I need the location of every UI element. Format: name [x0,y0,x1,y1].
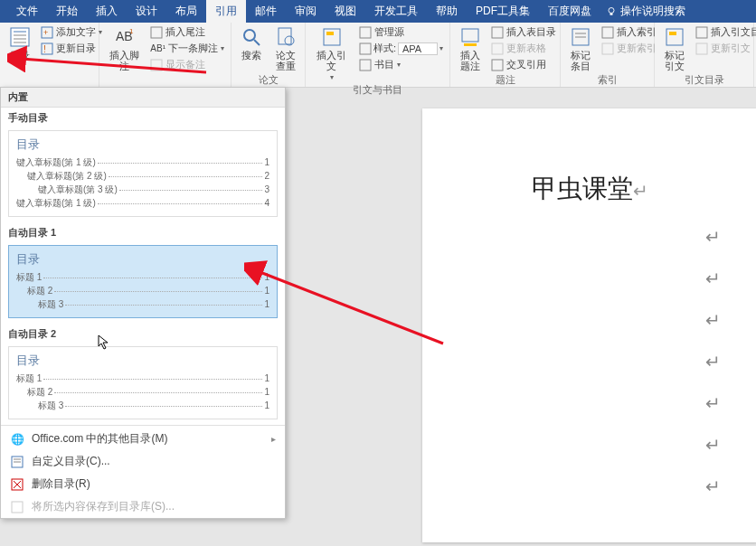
toc-option-auto2[interactable]: 目录 标题 11 标题 21 标题 31 [8,346,278,419]
update-toc-icon: ! [41,42,53,55]
add-text-button[interactable]: + 添加文字 ▾ [38,24,105,40]
tab-view[interactable]: 视图 [326,0,365,23]
tab-references[interactable]: 引用 [206,0,246,23]
paragraph-mark: ↵ [449,392,730,414]
manage-sources-label: 管理源 [374,25,404,39]
insert-index-button[interactable]: 插入索引 [599,24,659,40]
insert-footnote-button[interactable]: AB1 插入脚注 [103,24,146,73]
svg-rect-25 [464,43,477,46]
cross-reference-button[interactable]: 交叉引用 [488,57,559,72]
manage-sources-button[interactable]: 管理源 [356,24,446,40]
show-notes-button[interactable]: 显示备注 [147,57,227,72]
toc-option-manual[interactable]: 目录 键入章标题(第 1 级)1 键入章标题(第 2 级)2 键入章标题(第 3… [8,130,278,217]
tab-review[interactable]: 审阅 [286,0,326,23]
next-footnote-button[interactable]: AB¹ 下一条脚注 ▾ [147,41,227,56]
tab-design[interactable]: 设计 [127,0,166,23]
show-notes-label: 显示备注 [165,58,205,71]
citation-style-select[interactable]: 样式: APA ▾ [356,41,446,56]
svg-point-0 [609,7,614,13]
svg-rect-20 [326,32,334,35]
menu-bar: 文件 开始 插入 设计 布局 引用 邮件 审阅 视图 开发工具 帮助 PDF工具… [0,0,756,23]
svg-rect-24 [462,29,478,42]
update-toc-button[interactable]: ! 更新目录 [38,41,105,56]
section-auto-toc-1: 自动目录 1 [1,222,285,243]
svg-rect-27 [492,43,503,54]
lightbulb-icon [606,6,617,17]
tab-developer[interactable]: 开发工具 [365,0,427,23]
group-label-captions: 题注 [454,73,556,89]
update-authorities-button[interactable]: 更新引文 [693,41,756,56]
style-value: APA [398,42,438,55]
authorities-label: 插入引文目 [711,25,756,39]
svg-rect-1 [610,13,613,14]
tab-layout[interactable]: 布局 [166,0,206,23]
insert-caption-button[interactable]: 插入题注 [454,24,487,73]
toc-gallery-panel: 内置 手动目录 目录 键入章标题(第 1 级)1 键入章标题(第 2 级)2 键… [0,87,286,519]
insert-citation-button[interactable]: 插入引文 ▾ [309,24,354,83]
chevron-down-icon: ▾ [330,73,334,81]
mark-entry-button[interactable]: 标记 条目 [564,24,597,73]
update-index-icon [601,42,614,55]
insert-authorities-button[interactable]: 插入引文目 [693,24,756,40]
svg-text:+: + [43,28,48,37]
toc-button-label: 目录 [10,50,30,61]
mark-entry-label: 标记 条目 [571,50,591,71]
menu-remove-toc[interactable]: 删除目录(R) [1,473,285,495]
update-table-icon [491,42,504,55]
toc-icon [9,26,31,48]
bibliography-button[interactable]: 书目 ▾ [356,57,446,72]
add-text-icon: + [41,26,53,39]
tab-help[interactable]: 帮助 [427,0,467,23]
preview-toc-title: 目录 [16,136,269,153]
bibliography-label: 书目 [374,58,394,71]
insert-endnote-button[interactable]: 插入尾注 [147,24,227,40]
ribbon: 目录 ▾ + 添加文字 ▾ ! 更新目录 AB1 插入脚注 [0,23,756,88]
caption-icon [459,26,481,48]
group-label-authorities: 引文目录 [658,73,750,89]
tab-mailings[interactable]: 邮件 [246,0,286,23]
menu-custom-toc[interactable]: 自定义目录(C)... [1,450,285,473]
menu-office-more[interactable]: 🌐 Office.com 中的其他目录(M) ▸ [1,428,285,450]
toc-dropdown-button[interactable]: 目录 ▾ [4,24,36,72]
tab-file[interactable]: 文件 [7,0,47,23]
tell-me-search[interactable]: 操作说明搜索 [600,0,691,23]
svg-rect-44 [12,502,23,513]
show-notes-icon [150,59,163,71]
bibliography-icon [359,59,372,71]
tab-pdf-tools[interactable]: PDF工具集 [467,0,539,23]
search-button[interactable]: 搜索 [235,24,268,62]
tab-insert[interactable]: 插入 [87,0,127,23]
insert-table-figures-button[interactable]: 插入表目录 [488,24,559,40]
group-label-citations: 引文与书目 [309,83,446,99]
update-index-button[interactable]: 更新索引 [599,41,659,56]
endnote-icon [150,26,163,39]
footnote-icon: AB1 [114,26,136,48]
table-figures-icon [491,26,504,39]
update-toc-label: 更新目录 [56,42,96,55]
preview-toc-title: 目录 [16,251,269,268]
svg-rect-34 [666,29,683,45]
toc-option-auto1[interactable]: 目录 标题 11 标题 21 标题 31 [8,245,278,318]
document-page[interactable]: 甲虫课堂↵ ↵ ↵ ↵ ↵ ↵ ↵ ↵ [422,108,756,542]
paragraph-mark: ↵ [449,268,730,289]
authorities-icon [695,26,708,39]
update-index-label: 更新索引 [617,42,657,55]
paper-check-button[interactable]: 论文 查重 [269,24,302,73]
panel-header-builtin: 内置 [1,88,285,108]
svg-rect-23 [360,60,371,71]
remove-toc-icon [10,477,24,492]
svg-marker-49 [99,335,108,349]
cross-ref-label: 交叉引用 [506,58,546,71]
chevron-down-icon: ▾ [18,62,22,71]
document-area: 甲虫课堂↵ ↵ ↵ ↵ ↵ ↵ ↵ ↵ [305,99,756,546]
paragraph-mark: ↵ [449,475,730,497]
tab-home[interactable]: 开始 [47,0,87,23]
mark-citation-button[interactable]: 标记引文 [658,24,691,73]
footnote-label: 插入脚注 [109,50,140,71]
manage-sources-icon [359,26,372,39]
svg-rect-33 [602,43,613,54]
svg-rect-21 [360,27,371,38]
update-table-button[interactable]: 更新表格 [488,41,559,56]
tab-baidu[interactable]: 百度网盘 [539,0,600,23]
style-label: 样式: [373,42,396,55]
